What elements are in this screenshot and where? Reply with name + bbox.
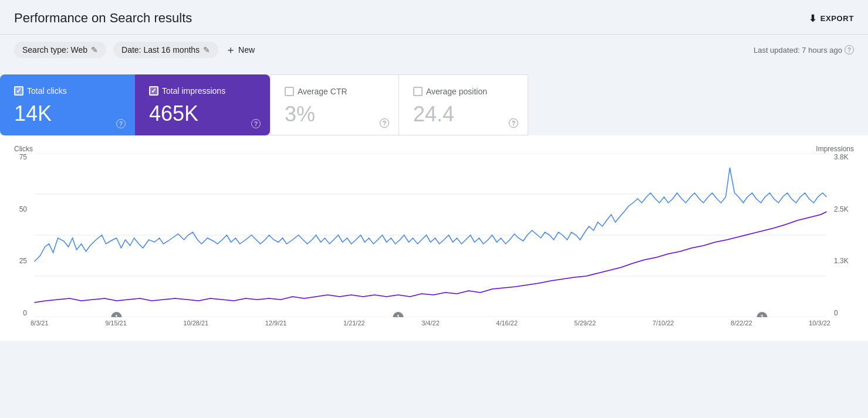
page-title: Performance on Search results <box>14 11 192 26</box>
y-axis-left-values: 75 50 25 0 <box>14 153 31 317</box>
metric-card-average-position[interactable]: Average position 24.4 ? <box>399 74 528 135</box>
date-filter[interactable]: Date: Last 16 months ✎ <box>113 42 218 58</box>
new-button[interactable]: ＋ New <box>225 43 255 57</box>
impressions-info-icon[interactable]: ? <box>251 119 261 128</box>
average-ctr-value: 3% <box>285 102 384 127</box>
y-axis-right-values: 3.8K 2.5K 1.3K 0 <box>830 153 854 317</box>
total-clicks-value: 14K <box>14 101 121 126</box>
y-axis-right-label: Impressions <box>816 145 854 153</box>
search-type-filter[interactable]: Search type: Web ✎ <box>14 42 106 58</box>
svg-text:1: 1 <box>761 314 764 317</box>
metric-card-average-ctr[interactable]: Average CTR 3% ? <box>270 74 399 135</box>
metric-card-total-clicks[interactable]: ✓ Total clicks 14K ? <box>0 74 135 135</box>
y-axis-left-label: Clicks <box>14 145 33 153</box>
page-header: Performance on Search results ⬇ EXPORT <box>0 0 868 35</box>
edit-icon: ✎ <box>91 45 98 55</box>
x-axis-labels: 8/3/21 9/15/21 10/28/21 12/9/21 1/21/22 … <box>31 320 830 327</box>
edit-icon-date: ✎ <box>203 45 210 55</box>
last-updated: Last updated: 7 hours ago ? <box>754 45 854 55</box>
impressions-line <box>35 212 827 303</box>
chart-svg: 1 1 1 <box>31 153 830 317</box>
plus-icon: ＋ <box>225 43 236 57</box>
clicks-info-icon[interactable]: ? <box>116 119 126 128</box>
average-ctr-label: Average CTR <box>298 87 347 96</box>
toolbar: Search type: Web ✎ Date: Last 16 months … <box>0 35 868 65</box>
average-position-label: Average position <box>426 87 487 96</box>
position-info-icon[interactable]: ? <box>509 118 518 128</box>
total-impressions-label: Total impressions <box>162 86 225 96</box>
position-checkbox[interactable] <box>413 87 423 96</box>
svg-text:1: 1 <box>397 314 400 317</box>
average-position-value: 24.4 <box>413 102 514 127</box>
total-impressions-value: 465K <box>149 101 256 126</box>
ctr-checkbox[interactable] <box>285 87 294 96</box>
ctr-info-icon[interactable]: ? <box>380 118 389 128</box>
metrics-row: ✓ Total clicks 14K ? ✓ Total impressions… <box>0 65 868 135</box>
metric-card-total-impressions[interactable]: ✓ Total impressions 465K ? <box>135 74 270 135</box>
export-icon: ⬇ <box>809 13 817 24</box>
last-updated-info-icon[interactable]: ? <box>845 45 854 55</box>
total-clicks-label: Total clicks <box>27 86 67 96</box>
svg-text:1: 1 <box>115 314 119 317</box>
export-button[interactable]: ⬇ EXPORT <box>809 13 854 24</box>
clicks-line <box>35 168 827 261</box>
